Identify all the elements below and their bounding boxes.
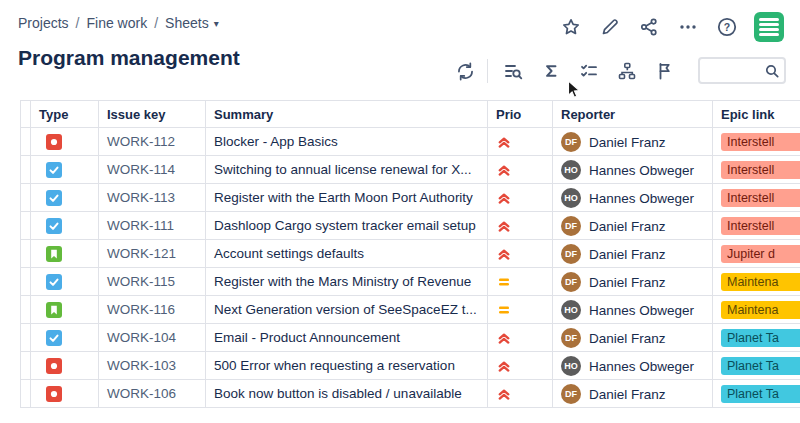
priority-highest-icon — [497, 163, 544, 177]
chevron-down-icon[interactable]: ▾ — [214, 18, 219, 29]
table-header-row: Type Issue key Summary Prio Reporter Epi… — [21, 101, 800, 128]
avatar: DF — [561, 384, 581, 404]
share-icon[interactable] — [637, 15, 661, 39]
table-row[interactable]: WORK-113Register with the Earth Moon Por… — [21, 184, 800, 212]
issue-key[interactable]: WORK-114 — [99, 156, 206, 184]
table-row[interactable]: WORK-106Book now button is disabled / un… — [21, 380, 800, 408]
row-gutter[interactable] — [21, 268, 31, 296]
epic-link-tag[interactable]: Jupiter d — [721, 245, 800, 263]
issue-summary[interactable]: Blocker - App Basics — [206, 128, 488, 156]
sum-icon[interactable] — [535, 56, 566, 86]
issue-summary[interactable]: Register with the Earth Moon Port Author… — [206, 184, 488, 212]
search-box — [698, 57, 786, 84]
priority-highest-icon — [497, 331, 544, 345]
issue-key[interactable]: WORK-106 — [99, 380, 206, 408]
epic-link-tag[interactable]: Maintena — [721, 273, 800, 291]
priority-highest-icon — [497, 135, 544, 149]
issue-key[interactable]: WORK-113 — [99, 184, 206, 212]
table-row[interactable]: WORK-104Email - Product AnnouncementDFDa… — [21, 324, 800, 352]
issue-type-bug-icon — [46, 358, 90, 374]
issue-key[interactable]: WORK-121 — [99, 240, 206, 268]
row-gutter[interactable] — [21, 240, 31, 268]
row-gutter[interactable] — [21, 380, 31, 408]
breadcrumb-sheets[interactable]: Sheets — [165, 15, 209, 31]
row-gutter[interactable] — [21, 324, 31, 352]
reporter-cell[interactable]: HOHannes Obweger — [553, 184, 713, 212]
breadcrumb-fine-work[interactable]: Fine work — [86, 15, 147, 31]
row-gutter[interactable] — [21, 184, 31, 212]
table-row[interactable]: WORK-121Account settings defaultsDFDanie… — [21, 240, 800, 268]
issue-table: Type Issue key Summary Prio Reporter Epi… — [20, 100, 800, 408]
edit-pencil-icon[interactable] — [598, 15, 622, 39]
reporter-name: Daniel Franz — [589, 386, 666, 401]
issue-summary[interactable]: Switching to annual license renewal for … — [206, 156, 488, 184]
issue-summary[interactable]: Book now button is disabled / unavailabl… — [206, 380, 488, 408]
hierarchy-icon[interactable] — [611, 56, 642, 86]
issue-type-task-icon — [46, 162, 90, 178]
issue-summary[interactable]: Dashloop Cargo system tracker email setu… — [206, 212, 488, 240]
issue-summary[interactable]: Account settings defaults — [206, 240, 488, 268]
epic-link-tag[interactable]: Planet Ta — [721, 357, 800, 375]
issue-summary[interactable]: 500 Error when requesting a reservation — [206, 352, 488, 380]
column-header-issue-key[interactable]: Issue key — [99, 101, 206, 128]
epic-link-tag[interactable]: Maintena — [721, 301, 800, 319]
issue-summary[interactable]: Email - Product Announcement — [206, 324, 488, 352]
find-rows-icon[interactable] — [497, 56, 528, 86]
issue-key[interactable]: WORK-104 — [99, 324, 206, 352]
issue-summary[interactable]: Register with the Mars Ministry of Reven… — [206, 268, 488, 296]
row-gutter[interactable] — [21, 156, 31, 184]
column-header-reporter[interactable]: Reporter — [553, 101, 713, 128]
reporter-name: Daniel Franz — [589, 246, 666, 261]
epic-link-tag[interactable]: Planet Ta — [721, 329, 800, 347]
reporter-cell[interactable]: DFDaniel Franz — [553, 212, 713, 240]
reporter-cell[interactable]: HOHannes Obweger — [553, 296, 713, 324]
refresh-icon[interactable] — [452, 58, 478, 84]
reporter-cell[interactable]: DFDaniel Franz — [553, 380, 713, 408]
table-row[interactable]: WORK-116Next Generation version of SeeSp… — [21, 296, 800, 324]
priority-medium-icon — [497, 275, 544, 289]
issue-summary[interactable]: Next Generation version of SeeSpaceEZ t.… — [206, 296, 488, 324]
epic-link-tag[interactable]: Planet Ta — [721, 385, 800, 403]
page-title: Program management — [18, 46, 240, 70]
column-header-type[interactable]: Type — [31, 101, 99, 128]
issue-key[interactable]: WORK-111 — [99, 212, 206, 240]
issue-key[interactable]: WORK-103 — [99, 352, 206, 380]
table-row[interactable]: WORK-114Switching to annual license rene… — [21, 156, 800, 184]
table-row[interactable]: WORK-111Dashloop Cargo system tracker em… — [21, 212, 800, 240]
reporter-cell[interactable]: DFDaniel Franz — [553, 128, 713, 156]
table-row[interactable]: WORK-103500 Error when requesting a rese… — [21, 352, 800, 380]
search-input[interactable] — [700, 63, 765, 78]
row-gutter[interactable] — [21, 212, 31, 240]
reporter-cell[interactable]: DFDaniel Franz — [553, 240, 713, 268]
column-header-prio[interactable]: Prio — [488, 101, 553, 128]
breadcrumb-projects[interactable]: Projects — [18, 15, 69, 31]
table-row[interactable]: WORK-112Blocker - App BasicsDFDaniel Fra… — [21, 128, 800, 156]
row-gutter[interactable] — [21, 352, 31, 380]
priority-highest-icon — [497, 219, 544, 233]
help-icon[interactable]: ? — [715, 15, 739, 39]
more-ellipsis-icon[interactable] — [676, 15, 700, 39]
row-gutter[interactable] — [21, 128, 31, 156]
reporter-cell[interactable]: HOHannes Obweger — [553, 156, 713, 184]
epic-link-tag[interactable]: Interstell — [721, 217, 800, 235]
reporter-cell[interactable]: DFDaniel Franz — [553, 324, 713, 352]
star-icon[interactable] — [559, 15, 583, 39]
reporter-cell[interactable]: DFDaniel Franz — [553, 268, 713, 296]
column-header-summary[interactable]: Summary — [206, 101, 488, 128]
search-icon[interactable] — [765, 64, 779, 78]
priority-highest-icon — [497, 359, 544, 373]
issue-key[interactable]: WORK-112 — [99, 128, 206, 156]
epic-link-tag[interactable]: Interstell — [721, 133, 800, 151]
epic-link-tag[interactable]: Interstell — [721, 189, 800, 207]
reporter-cell[interactable]: HOHannes Obweger — [553, 352, 713, 380]
epic-link-tag[interactable]: Interstell — [721, 161, 800, 179]
table-row[interactable]: WORK-115Register with the Mars Ministry … — [21, 268, 800, 296]
column-header-epic-link[interactable]: Epic link — [713, 101, 800, 128]
app-logo[interactable] — [754, 12, 784, 42]
issue-key[interactable]: WORK-116 — [99, 296, 206, 324]
row-gutter[interactable] — [21, 296, 31, 324]
reporter-name: Daniel Franz — [589, 218, 666, 233]
flag-icon[interactable] — [649, 56, 680, 86]
checklist-icon[interactable] — [573, 56, 604, 86]
issue-key[interactable]: WORK-115 — [99, 268, 206, 296]
